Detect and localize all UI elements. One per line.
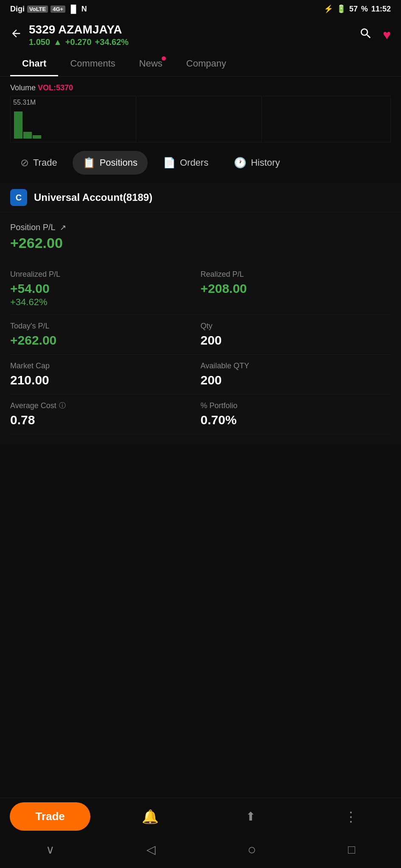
trading-tab-trade[interactable]: ⊘ Trade [10, 151, 67, 175]
bell-icon: 🔔 [142, 809, 159, 825]
position-section: Position P/L ↗ +262.00 Unrealized P/L +5… [0, 212, 401, 445]
chart-bar [23, 132, 32, 139]
stock-info: 5329 AZAMJAYA 1.050 ▲ +0.270 +34.62% [29, 23, 129, 47]
realized-pl-value: +208.00 [201, 281, 391, 296]
average-cost-value: 0.78 [10, 413, 201, 427]
stock-title: 5329 AZAMJAYA [29, 23, 129, 36]
battery-level: 57 [349, 5, 358, 14]
metrics-grid: Unrealized P/L +54.00 +34.62% Realized P… [10, 263, 391, 434]
trade-icon: ⊘ [20, 157, 29, 169]
header-right: ♥ [359, 27, 391, 43]
trading-tab-history[interactable]: 🕐 History [224, 151, 290, 175]
position-label: Position P/L [10, 223, 56, 232]
account-section: C Universal Account(8189) [0, 183, 401, 212]
metric-market-cap: Market Cap 210.00 [10, 355, 201, 395]
unrealized-pl-value: +54.00 [10, 281, 201, 296]
positions-icon: 📋 [83, 157, 95, 169]
stock-change-pct: +34.62% [95, 37, 129, 47]
metric-realized-pl: Realized P/L +208.00 [201, 263, 391, 315]
todays-pl-value: +262.00 [10, 333, 201, 348]
qty-value: 200 [201, 333, 391, 348]
main-tabs: Chart Comments News Company [0, 52, 401, 77]
clock: 11:52 [371, 5, 391, 14]
portfolio-pct-value: 0.70% [201, 413, 391, 427]
chart-divider-1 [136, 96, 136, 142]
stock-code: 5329 [29, 23, 55, 36]
chart-area: 55.31M [10, 96, 391, 142]
info-icon: ⓘ [59, 401, 66, 410]
metric-todays-pl: Today's P/L +262.00 [10, 315, 201, 355]
stock-change: +0.270 [65, 37, 92, 47]
bell-button[interactable]: 🔔 [100, 809, 200, 825]
trade-button[interactable]: Trade [10, 802, 90, 831]
bluetooth-icon: ⚡ [324, 4, 333, 14]
chart-divider-2 [261, 96, 262, 142]
android-home-icon[interactable]: ○ [247, 841, 256, 858]
header-left: 5329 AZAMJAYA 1.050 ▲ +0.270 +34.62% [10, 23, 129, 47]
unrealized-pl-pct: +34.62% [10, 297, 201, 308]
share-icon: ⬆ [246, 810, 255, 823]
chart-bar [33, 135, 41, 139]
status-carrier: Digi VoLTE 4G+ ▐▌ Ν [10, 5, 87, 14]
chart-section: Volume VOL:5370 55.31M [0, 77, 401, 142]
stock-arrow: ▲ [53, 37, 62, 47]
android-down-icon[interactable]: ∨ [46, 843, 55, 857]
stock-price: 1.050 [29, 37, 50, 47]
metric-unrealized-pl: Unrealized P/L +54.00 +34.62% [10, 263, 201, 315]
network-badge: 4G+ [50, 6, 65, 13]
more-icon: ⋮ [344, 809, 358, 825]
market-cap-value: 210.00 [10, 373, 201, 387]
trading-tab-orders[interactable]: 📄 Orders [153, 151, 219, 175]
nfc-icon: Ν [81, 5, 87, 14]
stock-price-row: 1.050 ▲ +0.270 +34.62% [29, 37, 129, 47]
tab-chart[interactable]: Chart [10, 52, 58, 76]
tab-company[interactable]: Company [174, 52, 238, 76]
android-recent-icon[interactable]: □ [348, 843, 355, 857]
back-button[interactable] [10, 28, 22, 42]
chart-bar [14, 111, 22, 139]
metric-portfolio-pct: % Portfolio 0.70% [201, 395, 391, 434]
export-icon[interactable]: ↗ [60, 223, 66, 232]
trade-button-container: Trade [0, 802, 100, 831]
share-button[interactable]: ⬆ [201, 810, 301, 823]
stock-name: AZAMJAYA [58, 23, 122, 36]
more-button[interactable]: ⋮ [301, 809, 401, 825]
bottom-nav: Trade 🔔 ⬆ ⋮ [0, 798, 401, 839]
carrier-text: Digi [10, 5, 25, 14]
news-dot [162, 56, 166, 61]
volume-code: VOL:5370 [38, 83, 73, 92]
signal-icon: ▐▌ [68, 5, 79, 14]
volume-label: Volume VOL:5370 [10, 83, 391, 92]
status-bar: Digi VoLTE 4G+ ▐▌ Ν ⚡ 🔋 57% 11:52 [0, 0, 401, 16]
volte-badge: VoLTE [27, 6, 48, 13]
android-back-icon[interactable]: ◁ [146, 843, 156, 857]
search-button[interactable] [359, 27, 373, 43]
tab-comments[interactable]: Comments [58, 52, 127, 76]
favorite-button[interactable]: ♥ [383, 27, 391, 43]
metric-qty: Qty 200 [201, 315, 391, 355]
position-header: Position P/L ↗ [10, 223, 391, 232]
chart-bars [11, 96, 390, 142]
metric-available-qty: Available QTY 200 [201, 355, 391, 395]
orders-icon: 📄 [163, 157, 176, 169]
battery-icon: 🔋 [337, 4, 346, 14]
metric-average-cost: Average Cost ⓘ 0.78 [10, 395, 201, 434]
tab-news[interactable]: News [127, 52, 174, 76]
header: 5329 AZAMJAYA 1.050 ▲ +0.270 +34.62% ♥ [0, 16, 401, 52]
trading-tab-positions[interactable]: 📋 Positions [73, 151, 148, 175]
account-name: Universal Account(8189) [34, 192, 152, 203]
history-icon: 🕐 [234, 157, 247, 169]
account-icon: C [10, 189, 27, 206]
chart-value: 55.31M [13, 99, 36, 106]
available-qty-value: 200 [201, 373, 391, 387]
trading-tabs: ⊘ Trade 📋 Positions 📄 Orders 🕐 History [0, 142, 401, 183]
position-total: +262.00 [10, 235, 391, 251]
android-nav: ∨ ◁ ○ □ [0, 836, 401, 868]
status-right: ⚡ 🔋 57% 11:52 [324, 4, 391, 14]
